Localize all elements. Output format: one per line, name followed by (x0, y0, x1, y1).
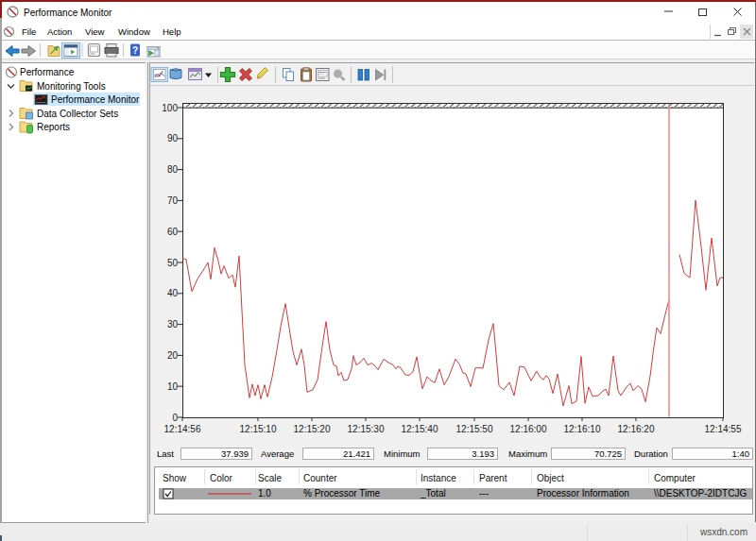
svg-text:?: ? (132, 45, 138, 56)
